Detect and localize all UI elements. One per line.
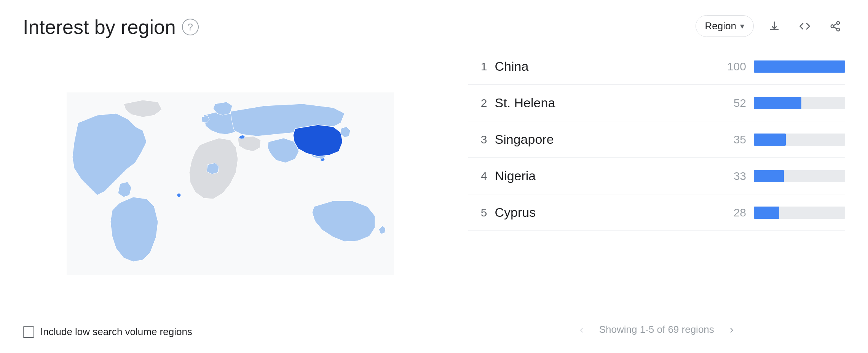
map-header: Interest by region ? [23,15,438,39]
rank-name: Singapore [495,132,708,147]
share-icon [830,21,841,32]
rank-score: 100 [716,60,746,73]
rankings-footer: ‹ Showing 1-5 of 69 regions › [468,315,845,338]
svg-line-6 [834,24,837,25]
showing-text: Showing 1-5 of 69 regions [599,324,714,336]
checkbox-label: Include low search volume regions [40,326,192,338]
rankings-list: 1 China 100 2 St. Helena 52 3 Singapore … [468,48,845,306]
world-map [23,50,438,317]
rank-bar-fill [754,134,786,146]
rank-number: 4 [468,170,487,183]
page-title: Interest by region [23,15,176,39]
download-icon [769,21,780,32]
rank-name: Cyprus [495,205,708,220]
download-button[interactable] [764,16,784,36]
rank-bar-container [754,170,845,182]
rank-bar-fill [754,97,801,109]
prev-page-button[interactable]: ‹ [573,321,590,338]
help-icon[interactable]: ? [182,19,199,35]
region-dropdown-label: Region [705,20,736,32]
embed-button[interactable] [795,16,815,36]
embed-icon [799,21,811,32]
rank-score: 35 [716,133,746,146]
map-section: Interest by region ? [23,15,438,338]
ranking-row[interactable]: 5 Cyprus 28 [468,194,845,231]
map-footer: Include low search volume regions [23,326,438,338]
rank-bar-container [754,207,845,219]
rank-number: 2 [468,97,487,110]
rank-bar-container [754,97,845,109]
share-button[interactable] [825,16,845,36]
svg-line-5 [834,27,837,29]
rankings-section: Region ▾ [438,15,845,338]
rank-bar-fill [754,207,779,219]
rank-name: Nigeria [495,169,708,183]
low-volume-checkbox[interactable] [23,326,34,338]
rank-bar-fill [754,60,845,73]
low-volume-checkbox-wrapper[interactable]: Include low search volume regions [23,326,192,338]
ranking-row[interactable]: 4 Nigeria 33 [468,158,845,194]
region-dropdown[interactable]: Region ▾ [696,15,754,37]
rank-number: 5 [468,206,487,219]
rank-name: China [495,59,708,74]
rank-bar-container [754,60,845,73]
dropdown-arrow-icon: ▾ [740,21,744,31]
rank-score: 33 [716,170,746,183]
map-svg [67,92,394,275]
ranking-row[interactable]: 3 Singapore 35 [468,121,845,158]
rank-bar-container [754,134,845,146]
rank-score: 28 [716,206,746,219]
ranking-row[interactable]: 2 St. Helena 52 [468,85,845,121]
rank-score: 52 [716,97,746,110]
rank-number: 1 [468,60,487,73]
rankings-header: Region ▾ [468,15,845,37]
svg-point-1 [177,193,181,197]
rank-number: 3 [468,133,487,146]
next-page-button[interactable]: › [723,321,740,338]
ranking-row[interactable]: 1 China 100 [468,48,845,85]
rank-bar-fill [754,170,784,182]
rank-name: St. Helena [495,95,708,110]
